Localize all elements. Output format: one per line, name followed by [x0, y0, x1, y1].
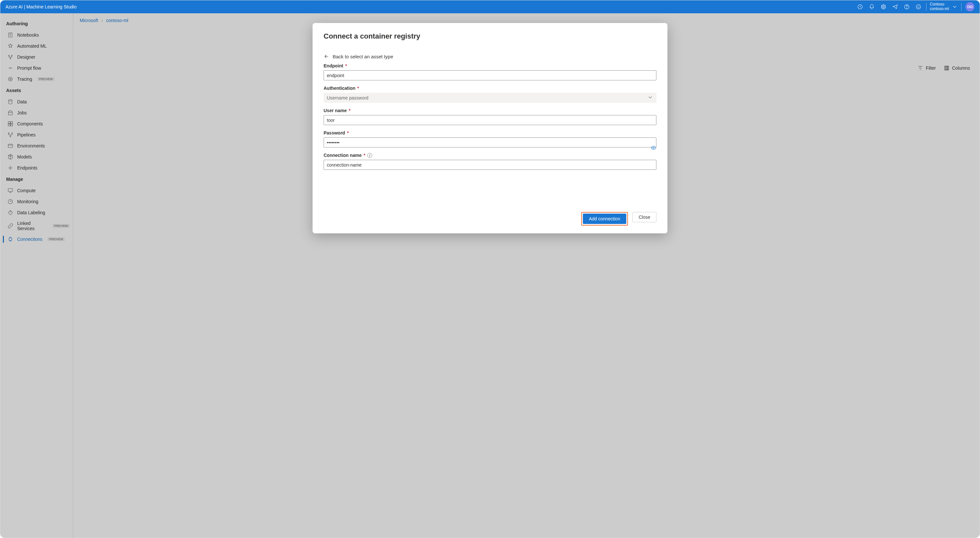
settings-icon[interactable] — [878, 0, 889, 13]
columns-button[interactable]: Columns — [944, 65, 970, 71]
svg-point-12 — [8, 77, 12, 81]
svg-point-3 — [907, 8, 907, 8]
modal-title: Connect a container registry — [324, 32, 657, 40]
notifications-icon[interactable] — [866, 0, 878, 13]
filter-button[interactable]: Filter — [918, 65, 936, 71]
sidebar-item-connections[interactable]: ConnectionsPREVIEW — [0, 234, 73, 245]
workspace-caret-icon[interactable] — [950, 4, 959, 10]
svg-rect-16 — [8, 124, 10, 126]
svg-point-20 — [10, 136, 11, 137]
datalabeling-icon — [8, 210, 13, 215]
sidebar-item-label: Connections — [17, 237, 43, 242]
sidebar-item-automated-ml[interactable]: Automated ML — [0, 40, 73, 51]
smile-feedback-icon[interactable] — [913, 0, 924, 13]
sidebar-item-components[interactable]: Components — [0, 118, 73, 129]
svg-point-6 — [919, 6, 920, 6]
sidebar-item-label: Automated ML — [17, 43, 47, 49]
connection-name-input[interactable] — [324, 160, 657, 170]
sidebar-section-assets: Assets — [0, 84, 73, 96]
avatar[interactable]: OO — [966, 2, 975, 11]
svg-rect-14 — [8, 121, 10, 124]
sidebar-item-models[interactable]: Models — [0, 151, 73, 162]
svg-point-19 — [12, 132, 13, 134]
list-toolbar: Filter Columns — [918, 65, 970, 71]
sidebar-item-jobs[interactable]: Jobs — [0, 107, 73, 118]
close-button[interactable]: Close — [633, 212, 657, 222]
svg-rect-26 — [9, 238, 12, 240]
svg-rect-21 — [8, 144, 13, 148]
feedback-icon[interactable] — [889, 0, 901, 13]
sidebar-item-prompt-flow[interactable]: Prompt flow — [0, 62, 73, 73]
svg-point-8 — [8, 55, 10, 56]
back-link-label: Back to select an asset type — [333, 54, 393, 59]
sidebar-item-linked-services[interactable]: Linked ServicesPREVIEW — [0, 218, 73, 234]
preview-badge: PREVIEW — [37, 77, 54, 81]
sidebar-item-designer[interactable]: Designer — [0, 51, 73, 62]
connect-container-registry-modal: Connect a container registry Back to sel… — [313, 23, 668, 233]
compute-icon — [8, 188, 13, 194]
authentication-select[interactable] — [324, 93, 657, 103]
svg-rect-23 — [8, 189, 13, 191]
workspace-name: contoso-ml — [930, 7, 949, 11]
endpoint-input[interactable] — [324, 70, 657, 80]
sidebar-item-label: Prompt flow — [17, 65, 41, 71]
reveal-password-icon[interactable] — [651, 145, 657, 152]
workspace-switcher[interactable]: Contoso contoso-ml — [929, 2, 950, 11]
sidebar-item-data-labeling[interactable]: Data Labeling — [0, 207, 73, 218]
svg-point-13 — [9, 100, 12, 101]
help-icon[interactable] — [901, 0, 913, 13]
columns-label: Columns — [952, 65, 970, 71]
authentication-label: Authentication * — [324, 86, 657, 91]
connection-name-label: Connection name * i — [324, 153, 657, 158]
sidebar-item-environments[interactable]: Environments — [0, 140, 73, 151]
preview-badge: PREVIEW — [48, 237, 65, 241]
svg-rect-17 — [11, 124, 13, 126]
breadcrumb-item[interactable]: contoso-ml — [106, 18, 128, 23]
sidebar-item-label: Data Labeling — [17, 210, 45, 215]
sidebar-item-pipelines[interactable]: Pipelines — [0, 129, 73, 140]
sidebar-item-tracing[interactable]: TracingPREVIEW — [0, 73, 73, 84]
data-icon — [8, 99, 13, 105]
notebook-icon — [8, 32, 13, 38]
preview-badge: PREVIEW — [52, 224, 70, 228]
chevron-right-icon: › — [102, 18, 103, 23]
svg-rect-29 — [948, 66, 948, 70]
sidebar-item-label: Models — [17, 154, 32, 159]
password-input[interactable] — [324, 137, 657, 148]
sidebar-item-monitoring[interactable]: Monitoring — [0, 196, 73, 207]
svg-point-1 — [883, 6, 885, 8]
arrow-left-icon — [324, 54, 329, 59]
sidebar-section-manage: Manage — [0, 173, 73, 185]
svg-rect-27 — [945, 66, 946, 70]
sidebar-item-label: Notebooks — [17, 32, 39, 38]
back-link[interactable]: Back to select an asset type — [324, 54, 657, 59]
svg-rect-15 — [11, 121, 13, 124]
sidebar-item-label: Environments — [17, 143, 45, 148]
recent-icon[interactable] — [854, 0, 866, 13]
components-icon — [8, 121, 13, 127]
breadcrumb-item[interactable]: Microsoft — [80, 18, 98, 23]
svg-rect-7 — [9, 33, 12, 37]
sidebar-item-compute[interactable]: Compute — [0, 185, 73, 196]
username-input[interactable] — [324, 115, 657, 125]
sidebar-item-label: Pipelines — [17, 132, 36, 137]
sidebar-item-endpoints[interactable]: Endpoints — [0, 162, 73, 173]
info-icon[interactable]: i — [367, 153, 372, 158]
connections-icon — [8, 236, 13, 242]
endpoints-icon — [8, 165, 13, 171]
workspace-directory: Contoso — [930, 2, 949, 7]
sidebar-item-label: Tracing — [17, 76, 32, 82]
tutorial-highlight: Add connection — [581, 212, 628, 226]
svg-point-22 — [10, 167, 11, 169]
add-connection-button[interactable]: Add connection — [583, 213, 627, 224]
svg-point-5 — [918, 6, 918, 6]
topbar: Azure AI | Machine Learning Studio Conto… — [0, 0, 980, 13]
sidebar-item-label: Data — [17, 99, 27, 104]
sidebar-item-data[interactable]: Data — [0, 96, 73, 107]
svg-point-9 — [11, 55, 12, 56]
linkedservices-icon — [8, 223, 13, 229]
svg-point-30 — [653, 147, 654, 149]
sidebar-item-notebooks[interactable]: Notebooks — [0, 30, 73, 40]
username-label: User name * — [324, 108, 657, 113]
endpoint-label: Endpoint * — [324, 63, 657, 68]
